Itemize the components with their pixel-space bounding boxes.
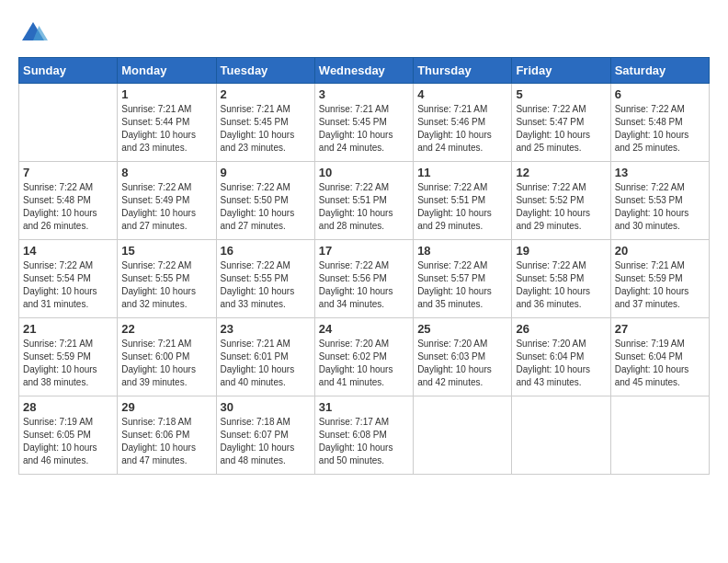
calendar-cell: 29Sunrise: 7:18 AMSunset: 6:06 PMDayligh… xyxy=(118,396,216,475)
day-info: Sunrise: 7:21 AMSunset: 5:45 PMDaylight:… xyxy=(221,103,311,155)
calendar-cell: 20Sunrise: 7:21 AMSunset: 5:59 PMDayligh… xyxy=(610,240,709,318)
day-info: Sunrise: 7:21 AMSunset: 5:59 PMDaylight:… xyxy=(615,259,705,311)
calendar-cell: 6Sunrise: 7:22 AMSunset: 5:48 PMDaylight… xyxy=(610,84,709,162)
day-info: Sunrise: 7:20 AMSunset: 6:03 PMDaylight:… xyxy=(417,338,507,389)
day-number: 14 xyxy=(23,244,113,258)
day-number: 20 xyxy=(615,244,705,258)
calendar-cell: 23Sunrise: 7:21 AMSunset: 6:01 PMDayligh… xyxy=(216,318,314,396)
day-info: Sunrise: 7:22 AMSunset: 5:54 PMDaylight:… xyxy=(23,259,113,311)
day-number: 23 xyxy=(221,322,311,336)
logo xyxy=(18,18,53,48)
day-info: Sunrise: 7:22 AMSunset: 5:47 PMDaylight:… xyxy=(516,103,606,155)
calendar-cell: 16Sunrise: 7:22 AMSunset: 5:55 PMDayligh… xyxy=(216,240,314,318)
day-info: Sunrise: 7:21 AMSunset: 5:59 PMDaylight:… xyxy=(23,338,113,389)
day-info: Sunrise: 7:22 AMSunset: 5:48 PMDaylight:… xyxy=(23,181,113,233)
day-number: 26 xyxy=(516,322,606,336)
calendar-cell: 7Sunrise: 7:22 AMSunset: 5:48 PMDaylight… xyxy=(19,162,118,240)
day-number: 28 xyxy=(23,400,113,414)
calendar-cell: 11Sunrise: 7:22 AMSunset: 5:51 PMDayligh… xyxy=(414,162,512,240)
day-info: Sunrise: 7:22 AMSunset: 5:55 PMDaylight:… xyxy=(221,259,311,311)
day-info: Sunrise: 7:21 AMSunset: 5:46 PMDaylight:… xyxy=(417,103,507,155)
day-number: 25 xyxy=(417,322,507,336)
days-header-row: SundayMondayTuesdayWednesdayThursdayFrid… xyxy=(19,58,710,84)
day-header-saturday: Saturday xyxy=(610,58,709,84)
day-info: Sunrise: 7:22 AMSunset: 5:51 PMDaylight:… xyxy=(417,181,507,233)
day-number: 10 xyxy=(319,166,409,179)
calendar-cell: 26Sunrise: 7:20 AMSunset: 6:04 PMDayligh… xyxy=(512,318,610,396)
day-number: 4 xyxy=(417,87,507,101)
calendar-cell: 1Sunrise: 7:21 AMSunset: 5:44 PMDaylight… xyxy=(118,84,216,162)
calendar-cell: 19Sunrise: 7:22 AMSunset: 5:58 PMDayligh… xyxy=(512,240,610,318)
day-number: 16 xyxy=(221,244,311,258)
calendar-table: SundayMondayTuesdayWednesdayThursdayFrid… xyxy=(18,57,710,475)
day-header-friday: Friday xyxy=(512,58,610,84)
day-info: Sunrise: 7:22 AMSunset: 5:52 PMDaylight:… xyxy=(516,181,606,233)
week-row-3: 14Sunrise: 7:22 AMSunset: 5:54 PMDayligh… xyxy=(19,240,710,318)
calendar-cell: 25Sunrise: 7:20 AMSunset: 6:03 PMDayligh… xyxy=(414,318,512,396)
calendar-cell: 30Sunrise: 7:18 AMSunset: 6:07 PMDayligh… xyxy=(216,396,314,475)
logo-icon xyxy=(18,18,48,48)
day-header-wednesday: Wednesday xyxy=(314,58,413,84)
day-number: 22 xyxy=(121,322,211,336)
calendar-cell: 24Sunrise: 7:20 AMSunset: 6:02 PMDayligh… xyxy=(314,318,413,396)
calendar-cell: 10Sunrise: 7:22 AMSunset: 5:51 PMDayligh… xyxy=(314,162,413,240)
day-info: Sunrise: 7:20 AMSunset: 6:02 PMDaylight:… xyxy=(319,338,409,389)
day-info: Sunrise: 7:22 AMSunset: 5:55 PMDaylight:… xyxy=(121,259,211,311)
day-number: 31 xyxy=(319,400,409,414)
day-number: 13 xyxy=(615,166,705,179)
day-number: 5 xyxy=(516,87,606,101)
day-number: 29 xyxy=(121,400,211,414)
day-info: Sunrise: 7:22 AMSunset: 5:48 PMDaylight:… xyxy=(615,103,705,155)
calendar-cell: 27Sunrise: 7:19 AMSunset: 6:04 PMDayligh… xyxy=(610,318,709,396)
day-number: 21 xyxy=(23,322,113,336)
day-number: 30 xyxy=(221,400,311,414)
calendar-cell: 28Sunrise: 7:19 AMSunset: 6:05 PMDayligh… xyxy=(19,396,118,475)
calendar-cell xyxy=(610,396,709,475)
calendar-cell: 22Sunrise: 7:21 AMSunset: 6:00 PMDayligh… xyxy=(118,318,216,396)
day-number: 12 xyxy=(516,166,606,179)
week-row-2: 7Sunrise: 7:22 AMSunset: 5:48 PMDaylight… xyxy=(19,162,710,240)
week-row-4: 21Sunrise: 7:21 AMSunset: 5:59 PMDayligh… xyxy=(19,318,710,396)
day-info: Sunrise: 7:17 AMSunset: 6:08 PMDaylight:… xyxy=(319,416,409,467)
day-number: 18 xyxy=(417,244,507,258)
calendar-cell xyxy=(19,84,118,162)
calendar-cell: 18Sunrise: 7:22 AMSunset: 5:57 PMDayligh… xyxy=(414,240,512,318)
calendar-cell: 8Sunrise: 7:22 AMSunset: 5:49 PMDaylight… xyxy=(118,162,216,240)
day-number: 6 xyxy=(615,87,705,101)
day-header-monday: Monday xyxy=(118,58,216,84)
day-info: Sunrise: 7:21 AMSunset: 6:01 PMDaylight:… xyxy=(221,338,311,389)
calendar-cell: 15Sunrise: 7:22 AMSunset: 5:55 PMDayligh… xyxy=(118,240,216,318)
day-number: 9 xyxy=(221,166,311,179)
day-header-tuesday: Tuesday xyxy=(216,58,314,84)
calendar-cell: 5Sunrise: 7:22 AMSunset: 5:47 PMDaylight… xyxy=(512,84,610,162)
day-number: 1 xyxy=(121,87,211,101)
day-info: Sunrise: 7:22 AMSunset: 5:53 PMDaylight:… xyxy=(615,181,705,233)
day-number: 7 xyxy=(23,166,113,179)
day-header-sunday: Sunday xyxy=(19,58,118,84)
day-info: Sunrise: 7:18 AMSunset: 6:07 PMDaylight:… xyxy=(221,416,311,467)
day-info: Sunrise: 7:22 AMSunset: 5:58 PMDaylight:… xyxy=(516,259,606,311)
calendar-cell: 2Sunrise: 7:21 AMSunset: 5:45 PMDaylight… xyxy=(216,84,314,162)
day-info: Sunrise: 7:22 AMSunset: 5:56 PMDaylight:… xyxy=(319,259,409,311)
day-number: 2 xyxy=(221,87,311,101)
day-number: 3 xyxy=(319,87,409,101)
day-info: Sunrise: 7:19 AMSunset: 6:05 PMDaylight:… xyxy=(23,416,113,467)
day-info: Sunrise: 7:18 AMSunset: 6:06 PMDaylight:… xyxy=(121,416,211,467)
day-header-thursday: Thursday xyxy=(414,58,512,84)
day-number: 15 xyxy=(121,244,211,258)
day-number: 19 xyxy=(516,244,606,258)
calendar-cell: 17Sunrise: 7:22 AMSunset: 5:56 PMDayligh… xyxy=(314,240,413,318)
day-number: 24 xyxy=(319,322,409,336)
day-info: Sunrise: 7:19 AMSunset: 6:04 PMDaylight:… xyxy=(615,338,705,389)
day-number: 11 xyxy=(417,166,507,179)
day-number: 27 xyxy=(615,322,705,336)
calendar-cell: 13Sunrise: 7:22 AMSunset: 5:53 PMDayligh… xyxy=(610,162,709,240)
calendar-cell: 21Sunrise: 7:21 AMSunset: 5:59 PMDayligh… xyxy=(19,318,118,396)
calendar-cell xyxy=(512,396,610,475)
calendar-cell: 14Sunrise: 7:22 AMSunset: 5:54 PMDayligh… xyxy=(19,240,118,318)
week-row-1: 1Sunrise: 7:21 AMSunset: 5:44 PMDaylight… xyxy=(19,84,710,162)
day-info: Sunrise: 7:21 AMSunset: 5:44 PMDaylight:… xyxy=(121,103,211,155)
day-number: 8 xyxy=(121,166,211,179)
calendar-cell xyxy=(414,396,512,475)
day-info: Sunrise: 7:22 AMSunset: 5:51 PMDaylight:… xyxy=(319,181,409,233)
